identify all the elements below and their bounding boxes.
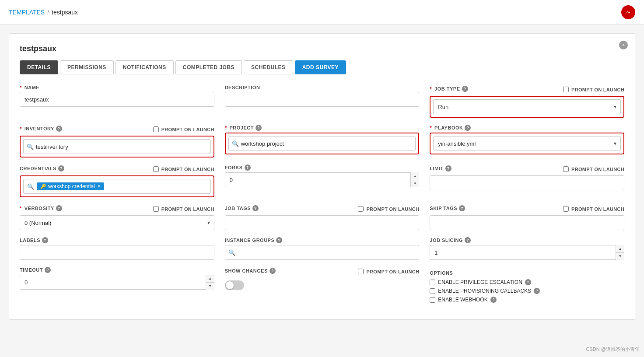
limit-field-group: LIMIT ? PROMPT ON LAUNCH bbox=[430, 164, 624, 197]
verbosity-select[interactable]: 0 (Normal) 1 (Verbose) 2 (More Verbose) bbox=[20, 215, 214, 230]
job-type-help-icon[interactable]: ? bbox=[462, 86, 468, 92]
timeout-up-arrow[interactable]: ▲ bbox=[206, 275, 214, 283]
skip-tags-help-icon[interactable]: ? bbox=[459, 205, 465, 211]
job-type-select[interactable]: Run Check Scan bbox=[433, 99, 621, 114]
close-button[interactable]: × bbox=[619, 41, 628, 49]
limit-help-icon[interactable]: ? bbox=[445, 165, 452, 172]
job-slicing-down-arrow[interactable]: ▼ bbox=[616, 253, 624, 260]
tab-details[interactable]: DETAILS bbox=[20, 60, 58, 74]
breadcrumb-templates-link[interactable]: TEMPLATES bbox=[9, 9, 45, 16]
credentials-prompt-checkbox[interactable] bbox=[153, 166, 159, 172]
job-slicing-up-arrow[interactable]: ▲ bbox=[616, 245, 624, 253]
verbosity-prompt-label: PROMPT ON LAUNCH bbox=[161, 206, 214, 212]
toggle-knob bbox=[226, 281, 234, 289]
project-input-wrapper: 🔍 bbox=[228, 136, 416, 151]
job-slicing-input-wrapper: ▲ ▼ bbox=[430, 245, 624, 260]
breadcrumb-current: testpsaux bbox=[52, 9, 78, 16]
credential-tag-remove[interactable]: × bbox=[98, 183, 101, 189]
skip-tags-input[interactable] bbox=[430, 215, 624, 230]
job-slicing-arrows: ▲ ▼ bbox=[616, 245, 624, 260]
timeout-down-arrow[interactable]: ▼ bbox=[206, 283, 214, 290]
labels-help-icon[interactable]: ? bbox=[42, 237, 48, 243]
tab-permissions[interactable]: PERMISSIONS bbox=[60, 60, 114, 74]
inventory-prompt-checkbox[interactable] bbox=[153, 126, 159, 132]
option-provisioning-checkbox[interactable] bbox=[430, 288, 435, 294]
option-webhook-checkbox[interactable] bbox=[430, 297, 435, 303]
limit-prompt-row: PROMPT ON LAUNCH bbox=[563, 166, 624, 172]
tab-completed-jobs[interactable]: COMPLETED JOBS bbox=[175, 60, 242, 74]
show-changes-field-group: SHOW CHANGES ? PROMPT ON LAUNCH bbox=[225, 267, 420, 305]
inventory-search-icon: 🔍 bbox=[27, 144, 34, 150]
playbook-help-icon[interactable]: ? bbox=[465, 125, 471, 131]
timeout-input-wrapper: ▲ ▼ bbox=[20, 275, 214, 290]
limit-prompt-label: PROMPT ON LAUNCH bbox=[571, 167, 624, 172]
forks-field-group: FORKS ? ▲ ▼ bbox=[225, 164, 420, 197]
option-provisioning-help-icon[interactable]: ? bbox=[534, 288, 540, 294]
option-escalation-help-icon[interactable]: ? bbox=[525, 279, 531, 285]
forks-down-arrow[interactable]: ▼ bbox=[411, 180, 419, 188]
credentials-prompt-row: PROMPT ON LAUNCH bbox=[153, 166, 214, 172]
option-webhook-help-icon[interactable]: ? bbox=[490, 297, 497, 303]
show-changes-help-icon[interactable]: ? bbox=[270, 268, 276, 274]
timeout-label: TIMEOUT ? bbox=[20, 267, 214, 273]
verbosity-field-group: * VERBOSITY ? PROMPT ON LAUNCH 0 (Normal… bbox=[20, 204, 214, 230]
playbook-select-wrapper: yin-ansible.yml bbox=[433, 136, 621, 151]
job-tags-help-icon[interactable]: ? bbox=[252, 205, 259, 211]
job-slicing-input[interactable] bbox=[430, 245, 624, 260]
job-type-prompt-checkbox[interactable] bbox=[563, 87, 569, 92]
job-tags-prompt-checkbox[interactable] bbox=[358, 206, 364, 212]
top-bar: TEMPLATES / testpsaux ~ bbox=[0, 0, 644, 24]
option-escalation-checkbox[interactable] bbox=[430, 280, 435, 285]
verbosity-select-wrapper: 0 (Normal) 1 (Verbose) 2 (More Verbose) bbox=[20, 215, 214, 230]
tab-add-survey[interactable]: ADD SURVEY bbox=[295, 60, 346, 74]
show-changes-toggle[interactable] bbox=[225, 280, 244, 290]
instance-groups-input[interactable] bbox=[225, 245, 420, 260]
credentials-help-icon[interactable]: ? bbox=[58, 165, 64, 172]
name-input[interactable] bbox=[20, 92, 214, 107]
tab-notifications[interactable]: NOTIFICATIONS bbox=[116, 60, 174, 74]
option-row-provisioning: ENABLE PROVISIONING CALLBACKS ? bbox=[430, 288, 624, 294]
project-field-group: * PROJECT ? 🔍 bbox=[225, 125, 420, 158]
credential-tag: 🔑 workshop credential × bbox=[37, 182, 104, 190]
verbosity-prompt-checkbox[interactable] bbox=[153, 206, 159, 212]
forks-up-arrow[interactable]: ▲ bbox=[411, 172, 419, 180]
tab-bar: DETAILS PERMISSIONS NOTIFICATIONS COMPLE… bbox=[20, 60, 624, 74]
limit-input[interactable] bbox=[430, 175, 624, 190]
forks-help-icon[interactable]: ? bbox=[245, 164, 251, 171]
job-tags-prompt-row: PROMPT ON LAUNCH bbox=[358, 206, 419, 212]
instance-groups-field-group: INSTANCE GROUPS ? 🔍 bbox=[225, 237, 420, 260]
inventory-input[interactable] bbox=[23, 139, 211, 154]
verbosity-help-icon[interactable]: ? bbox=[56, 205, 62, 211]
job-type-field-group: * JOB TYPE ? PROMPT ON LAUNCH Run Check bbox=[430, 85, 624, 118]
job-type-select-wrapper: Run Check Scan bbox=[433, 99, 621, 114]
tab-schedules[interactable]: SCHEDULES bbox=[244, 60, 293, 74]
job-slicing-help-icon[interactable]: ? bbox=[465, 237, 471, 243]
credentials-field-group: CREDENTIALS ? PROMPT ON LAUNCH 🔍 🔑 works… bbox=[20, 164, 214, 197]
credential-search-icon: 🔍 bbox=[27, 183, 34, 190]
forks-input[interactable] bbox=[225, 172, 420, 187]
job-tags-input[interactable] bbox=[225, 215, 420, 230]
verbosity-label: * VERBOSITY ? bbox=[20, 205, 62, 211]
description-input[interactable] bbox=[225, 92, 420, 107]
credential-tag-label: workshop credential bbox=[48, 183, 95, 189]
job-type-prompt-label: PROMPT ON LAUNCH bbox=[571, 87, 624, 92]
inventory-label: * INVENTORY ? bbox=[20, 126, 62, 132]
show-changes-prompt-checkbox[interactable] bbox=[358, 269, 364, 274]
timeout-help-icon[interactable]: ? bbox=[45, 267, 51, 273]
skip-tags-prompt-checkbox[interactable] bbox=[563, 206, 569, 212]
forks-arrows: ▲ ▼ bbox=[410, 172, 419, 187]
limit-prompt-checkbox[interactable] bbox=[563, 166, 569, 172]
show-changes-toggle-wrapper bbox=[225, 280, 420, 290]
instance-groups-help-icon[interactable]: ? bbox=[276, 237, 282, 243]
inventory-help-icon[interactable]: ? bbox=[56, 126, 62, 132]
timeout-input[interactable] bbox=[20, 275, 214, 290]
credential-input-row: 🔍 🔑 workshop credential × bbox=[23, 179, 211, 194]
labels-input[interactable] bbox=[20, 245, 214, 260]
playbook-select[interactable]: yin-ansible.yml bbox=[433, 136, 621, 151]
name-field-group: * NAME bbox=[20, 85, 214, 118]
credential-tag-icon: 🔑 bbox=[40, 184, 46, 189]
verbosity-prompt-row: PROMPT ON LAUNCH bbox=[153, 206, 214, 212]
project-help-icon[interactable]: ? bbox=[256, 125, 262, 131]
project-input[interactable] bbox=[228, 136, 416, 151]
playbook-highlight: yin-ansible.yml bbox=[430, 133, 624, 154]
